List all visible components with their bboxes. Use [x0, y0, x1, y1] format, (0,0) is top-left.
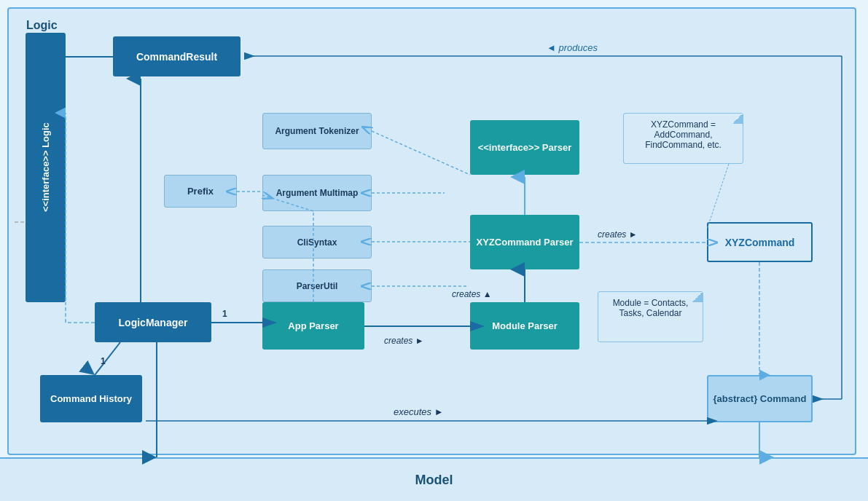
xyz-command-box: XYZCommand	[707, 222, 813, 262]
command-result-label: CommandResult	[136, 51, 217, 63]
command-history-label: Command History	[50, 393, 132, 404]
xyz-note-label: XYZCommand = AddCommand, FindCommand, et…	[645, 119, 722, 150]
xyz-command-parser-box: XYZCommand Parser	[470, 215, 579, 269]
interface-parser-box: <<interface>> Parser	[470, 120, 579, 175]
argument-multimap-box: Argument Multimap	[262, 175, 372, 211]
cli-syntax-box: CliSyntax	[262, 226, 372, 259]
prefix-label: Prefix	[187, 186, 214, 197]
model-label: Model	[415, 473, 453, 488]
xyz-command-parser-label: XYZCommand Parser	[477, 237, 574, 248]
abstract-command-label: {abstract} Command	[713, 393, 807, 404]
model-area: Model	[0, 457, 868, 501]
argument-tokenizer-label: Argument Tokenizer	[275, 126, 359, 136]
parser-util-label: ParserUtil	[297, 281, 338, 291]
interface-parser-label: <<interface>> Parser	[478, 142, 572, 153]
logic-label: Logic	[26, 19, 58, 32]
prefix-box: Prefix	[164, 175, 237, 208]
interface-logic-label: <<interface>> Logic	[40, 123, 51, 213]
argument-tokenizer-box: Argument Tokenizer	[262, 113, 372, 149]
diagram-container: Logic Model <<interface>> Logic CommandR…	[0, 0, 868, 501]
app-parser-box: App Parser	[262, 302, 364, 350]
module-note-label: Module = Contacts, Tasks, Calendar	[613, 298, 689, 318]
logic-manager-label: LogicManager	[119, 317, 188, 328]
module-parser-label: Module Parser	[492, 320, 558, 331]
argument-multimap-label: Argument Multimap	[276, 188, 359, 198]
command-result-box: CommandResult	[113, 36, 241, 76]
app-parser-label: App Parser	[288, 320, 338, 331]
module-note-box: Module = Contacts, Tasks, Calendar	[598, 291, 703, 342]
abstract-command-box: {abstract} Command	[707, 375, 813, 422]
xyz-command-label: XYZCommand	[725, 237, 795, 248]
interface-logic-box: <<interface>> Logic	[26, 33, 66, 302]
xyz-note-box: XYZCommand = AddCommand, FindCommand, et…	[623, 113, 743, 164]
module-parser-box: Module Parser	[470, 302, 579, 350]
cli-syntax-label: CliSyntax	[297, 237, 337, 248]
parser-util-box: ParserUtil	[262, 269, 372, 302]
command-history-box: Command History	[40, 375, 142, 422]
logic-manager-box: LogicManager	[95, 302, 211, 342]
